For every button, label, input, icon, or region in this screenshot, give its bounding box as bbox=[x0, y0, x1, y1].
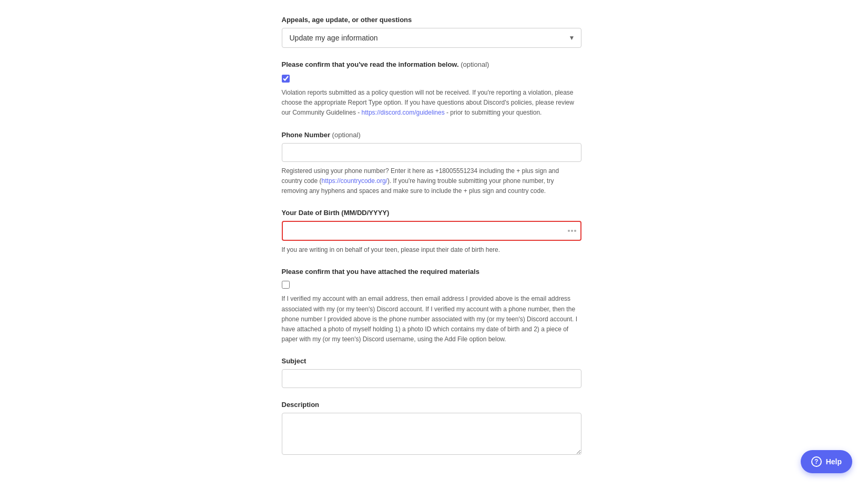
confirm-read-info: Violation reports submitted as a policy … bbox=[282, 88, 581, 118]
dots-icon bbox=[568, 230, 576, 232]
confirm-read-checkbox[interactable] bbox=[282, 75, 290, 83]
dob-section: Your Date of Birth (MM/DD/YYYY) If you a… bbox=[282, 209, 629, 255]
guidelines-link[interactable]: https://discord.com/guidelines bbox=[362, 109, 445, 116]
help-label: Help bbox=[826, 457, 842, 466]
confirm-read-section: Please confirm that you've read the info… bbox=[282, 60, 629, 118]
countrycode-link[interactable]: https://countrycode.org/ bbox=[322, 177, 387, 185]
help-icon: ? bbox=[811, 456, 822, 467]
subject-label: Subject bbox=[282, 357, 629, 365]
confirm-materials-info: If I verified my account with an email a… bbox=[282, 294, 581, 344]
appeals-label: Appeals, age update, or other questions bbox=[282, 16, 629, 24]
dob-hint: If you are writing in on behalf of your … bbox=[282, 245, 581, 255]
appeals-section: Appeals, age update, or other questions … bbox=[282, 16, 629, 48]
confirm-read-checkbox-wrapper bbox=[282, 74, 629, 83]
phone-optional: (optional) bbox=[332, 131, 361, 139]
phone-input[interactable] bbox=[282, 143, 581, 162]
subject-section: Subject bbox=[282, 357, 629, 388]
help-button[interactable]: ? Help bbox=[801, 450, 852, 473]
confirm-materials-checkbox[interactable] bbox=[282, 281, 290, 289]
confirm-read-label: Please confirm that you've read the info… bbox=[282, 60, 629, 68]
confirm-materials-checkbox-wrapper bbox=[282, 280, 629, 289]
appeals-select[interactable]: Update my age information Appeal a ban O… bbox=[282, 28, 581, 48]
phone-label: Phone Number (optional) bbox=[282, 131, 629, 139]
select-wrapper: Update my age information Appeal a ban O… bbox=[282, 28, 581, 48]
description-textarea[interactable] bbox=[282, 413, 581, 455]
dob-label: Your Date of Birth (MM/DD/YYYY) bbox=[282, 209, 629, 217]
optional-text: (optional) bbox=[461, 60, 489, 68]
description-label: Description bbox=[282, 401, 629, 409]
dob-input[interactable] bbox=[282, 221, 581, 241]
phone-section: Phone Number (optional) Registered using… bbox=[282, 131, 629, 197]
confirm-materials-section: Please confirm that you have attached th… bbox=[282, 268, 629, 344]
description-section: Description bbox=[282, 401, 629, 455]
phone-hint: Registered using your phone number? Ente… bbox=[282, 166, 581, 197]
confirm-materials-label: Please confirm that you have attached th… bbox=[282, 268, 629, 276]
subject-input[interactable] bbox=[282, 369, 581, 388]
dob-input-wrapper bbox=[282, 221, 581, 241]
